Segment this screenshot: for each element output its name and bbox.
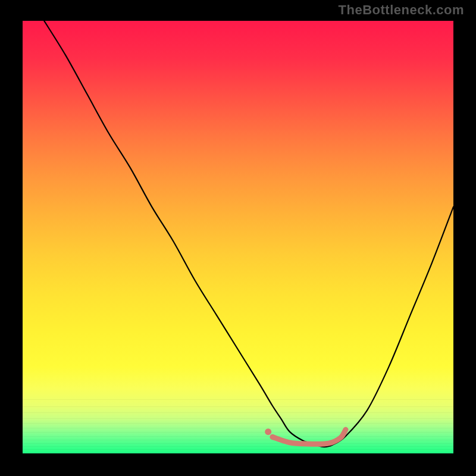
chart-svg <box>23 21 453 453</box>
highlight-dot <box>265 428 271 435</box>
watermark-text: TheBottleneck.com <box>339 2 464 18</box>
chart-frame: TheBottleneck.com <box>0 0 476 476</box>
highlight-segment <box>273 430 346 444</box>
curve-line <box>44 21 453 447</box>
svg-point-0 <box>265 428 271 435</box>
plot-area <box>23 21 453 453</box>
